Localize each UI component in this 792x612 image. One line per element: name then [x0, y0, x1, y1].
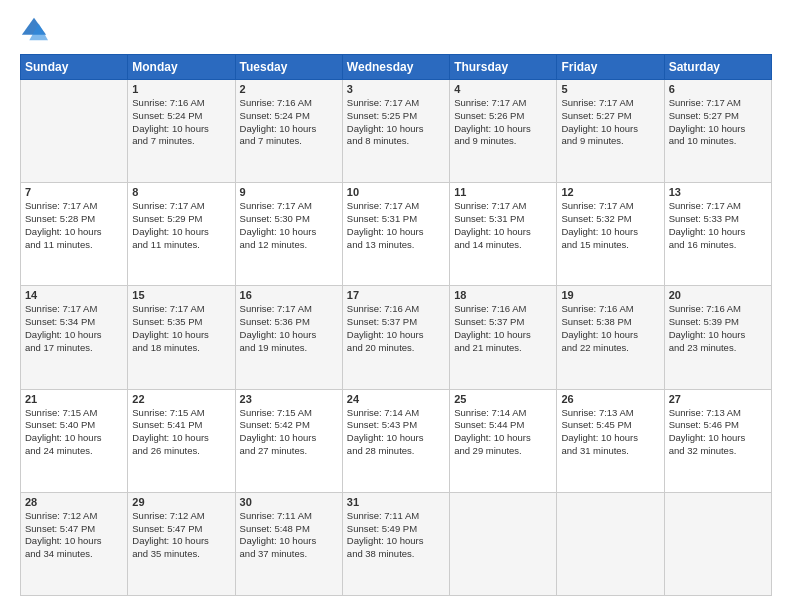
day-info: Sunrise: 7:17 AMSunset: 5:31 PMDaylight:… — [454, 200, 552, 251]
page: SundayMondayTuesdayWednesdayThursdayFrid… — [0, 0, 792, 612]
day-cell: 25Sunrise: 7:14 AMSunset: 5:44 PMDayligh… — [450, 389, 557, 492]
header-row: SundayMondayTuesdayWednesdayThursdayFrid… — [21, 55, 772, 80]
header-cell-saturday: Saturday — [664, 55, 771, 80]
logo — [20, 16, 52, 44]
day-info: Sunrise: 7:16 AMSunset: 5:37 PMDaylight:… — [347, 303, 445, 354]
day-number: 29 — [132, 496, 230, 508]
week-row-2: 7Sunrise: 7:17 AMSunset: 5:28 PMDaylight… — [21, 183, 772, 286]
day-info: Sunrise: 7:17 AMSunset: 5:31 PMDaylight:… — [347, 200, 445, 251]
day-number: 26 — [561, 393, 659, 405]
header-cell-sunday: Sunday — [21, 55, 128, 80]
logo-icon — [20, 16, 48, 44]
week-row-4: 21Sunrise: 7:15 AMSunset: 5:40 PMDayligh… — [21, 389, 772, 492]
day-info: Sunrise: 7:14 AMSunset: 5:43 PMDaylight:… — [347, 407, 445, 458]
day-number: 5 — [561, 83, 659, 95]
day-number: 16 — [240, 289, 338, 301]
day-cell: 8Sunrise: 7:17 AMSunset: 5:29 PMDaylight… — [128, 183, 235, 286]
day-info: Sunrise: 7:17 AMSunset: 5:25 PMDaylight:… — [347, 97, 445, 148]
day-cell: 19Sunrise: 7:16 AMSunset: 5:38 PMDayligh… — [557, 286, 664, 389]
day-cell: 11Sunrise: 7:17 AMSunset: 5:31 PMDayligh… — [450, 183, 557, 286]
day-cell: 3Sunrise: 7:17 AMSunset: 5:25 PMDaylight… — [342, 80, 449, 183]
day-info: Sunrise: 7:17 AMSunset: 5:27 PMDaylight:… — [561, 97, 659, 148]
day-cell: 18Sunrise: 7:16 AMSunset: 5:37 PMDayligh… — [450, 286, 557, 389]
day-number: 6 — [669, 83, 767, 95]
week-row-5: 28Sunrise: 7:12 AMSunset: 5:47 PMDayligh… — [21, 492, 772, 595]
day-number: 10 — [347, 186, 445, 198]
header-cell-tuesday: Tuesday — [235, 55, 342, 80]
day-info: Sunrise: 7:13 AMSunset: 5:45 PMDaylight:… — [561, 407, 659, 458]
day-cell: 31Sunrise: 7:11 AMSunset: 5:49 PMDayligh… — [342, 492, 449, 595]
day-info: Sunrise: 7:16 AMSunset: 5:24 PMDaylight:… — [132, 97, 230, 148]
day-number: 20 — [669, 289, 767, 301]
day-info: Sunrise: 7:13 AMSunset: 5:46 PMDaylight:… — [669, 407, 767, 458]
day-number: 19 — [561, 289, 659, 301]
day-number: 13 — [669, 186, 767, 198]
day-info: Sunrise: 7:17 AMSunset: 5:28 PMDaylight:… — [25, 200, 123, 251]
day-number: 24 — [347, 393, 445, 405]
day-cell: 2Sunrise: 7:16 AMSunset: 5:24 PMDaylight… — [235, 80, 342, 183]
day-info: Sunrise: 7:17 AMSunset: 5:30 PMDaylight:… — [240, 200, 338, 251]
day-number: 7 — [25, 186, 123, 198]
day-cell: 6Sunrise: 7:17 AMSunset: 5:27 PMDaylight… — [664, 80, 771, 183]
week-row-1: 1Sunrise: 7:16 AMSunset: 5:24 PMDaylight… — [21, 80, 772, 183]
day-info: Sunrise: 7:14 AMSunset: 5:44 PMDaylight:… — [454, 407, 552, 458]
day-info: Sunrise: 7:17 AMSunset: 5:27 PMDaylight:… — [669, 97, 767, 148]
day-number: 12 — [561, 186, 659, 198]
calendar-table: SundayMondayTuesdayWednesdayThursdayFrid… — [20, 54, 772, 596]
day-cell: 23Sunrise: 7:15 AMSunset: 5:42 PMDayligh… — [235, 389, 342, 492]
header-cell-friday: Friday — [557, 55, 664, 80]
day-number: 15 — [132, 289, 230, 301]
day-number: 27 — [669, 393, 767, 405]
day-info: Sunrise: 7:12 AMSunset: 5:47 PMDaylight:… — [25, 510, 123, 561]
day-cell: 30Sunrise: 7:11 AMSunset: 5:48 PMDayligh… — [235, 492, 342, 595]
day-cell: 28Sunrise: 7:12 AMSunset: 5:47 PMDayligh… — [21, 492, 128, 595]
day-cell: 20Sunrise: 7:16 AMSunset: 5:39 PMDayligh… — [664, 286, 771, 389]
day-cell: 1Sunrise: 7:16 AMSunset: 5:24 PMDaylight… — [128, 80, 235, 183]
day-number: 30 — [240, 496, 338, 508]
header — [20, 16, 772, 44]
day-info: Sunrise: 7:16 AMSunset: 5:24 PMDaylight:… — [240, 97, 338, 148]
day-info: Sunrise: 7:16 AMSunset: 5:37 PMDaylight:… — [454, 303, 552, 354]
day-info: Sunrise: 7:12 AMSunset: 5:47 PMDaylight:… — [132, 510, 230, 561]
day-info: Sunrise: 7:17 AMSunset: 5:26 PMDaylight:… — [454, 97, 552, 148]
day-info: Sunrise: 7:11 AMSunset: 5:48 PMDaylight:… — [240, 510, 338, 561]
day-number: 2 — [240, 83, 338, 95]
day-cell: 24Sunrise: 7:14 AMSunset: 5:43 PMDayligh… — [342, 389, 449, 492]
day-cell — [557, 492, 664, 595]
day-number: 1 — [132, 83, 230, 95]
day-info: Sunrise: 7:11 AMSunset: 5:49 PMDaylight:… — [347, 510, 445, 561]
day-cell: 13Sunrise: 7:17 AMSunset: 5:33 PMDayligh… — [664, 183, 771, 286]
day-info: Sunrise: 7:15 AMSunset: 5:41 PMDaylight:… — [132, 407, 230, 458]
day-number: 11 — [454, 186, 552, 198]
day-number: 3 — [347, 83, 445, 95]
day-cell: 4Sunrise: 7:17 AMSunset: 5:26 PMDaylight… — [450, 80, 557, 183]
day-number: 9 — [240, 186, 338, 198]
day-cell: 5Sunrise: 7:17 AMSunset: 5:27 PMDaylight… — [557, 80, 664, 183]
day-cell: 14Sunrise: 7:17 AMSunset: 5:34 PMDayligh… — [21, 286, 128, 389]
day-info: Sunrise: 7:17 AMSunset: 5:34 PMDaylight:… — [25, 303, 123, 354]
day-info: Sunrise: 7:16 AMSunset: 5:38 PMDaylight:… — [561, 303, 659, 354]
day-cell: 29Sunrise: 7:12 AMSunset: 5:47 PMDayligh… — [128, 492, 235, 595]
day-cell: 21Sunrise: 7:15 AMSunset: 5:40 PMDayligh… — [21, 389, 128, 492]
day-info: Sunrise: 7:15 AMSunset: 5:42 PMDaylight:… — [240, 407, 338, 458]
day-cell — [450, 492, 557, 595]
day-number: 23 — [240, 393, 338, 405]
day-info: Sunrise: 7:17 AMSunset: 5:35 PMDaylight:… — [132, 303, 230, 354]
header-cell-wednesday: Wednesday — [342, 55, 449, 80]
day-info: Sunrise: 7:16 AMSunset: 5:39 PMDaylight:… — [669, 303, 767, 354]
day-cell: 26Sunrise: 7:13 AMSunset: 5:45 PMDayligh… — [557, 389, 664, 492]
day-info: Sunrise: 7:17 AMSunset: 5:33 PMDaylight:… — [669, 200, 767, 251]
day-cell: 22Sunrise: 7:15 AMSunset: 5:41 PMDayligh… — [128, 389, 235, 492]
day-cell: 16Sunrise: 7:17 AMSunset: 5:36 PMDayligh… — [235, 286, 342, 389]
day-cell: 27Sunrise: 7:13 AMSunset: 5:46 PMDayligh… — [664, 389, 771, 492]
day-info: Sunrise: 7:17 AMSunset: 5:29 PMDaylight:… — [132, 200, 230, 251]
day-cell: 17Sunrise: 7:16 AMSunset: 5:37 PMDayligh… — [342, 286, 449, 389]
day-info: Sunrise: 7:17 AMSunset: 5:32 PMDaylight:… — [561, 200, 659, 251]
week-row-3: 14Sunrise: 7:17 AMSunset: 5:34 PMDayligh… — [21, 286, 772, 389]
day-number: 31 — [347, 496, 445, 508]
day-number: 17 — [347, 289, 445, 301]
day-cell: 7Sunrise: 7:17 AMSunset: 5:28 PMDaylight… — [21, 183, 128, 286]
day-info: Sunrise: 7:17 AMSunset: 5:36 PMDaylight:… — [240, 303, 338, 354]
day-cell: 15Sunrise: 7:17 AMSunset: 5:35 PMDayligh… — [128, 286, 235, 389]
day-cell: 9Sunrise: 7:17 AMSunset: 5:30 PMDaylight… — [235, 183, 342, 286]
